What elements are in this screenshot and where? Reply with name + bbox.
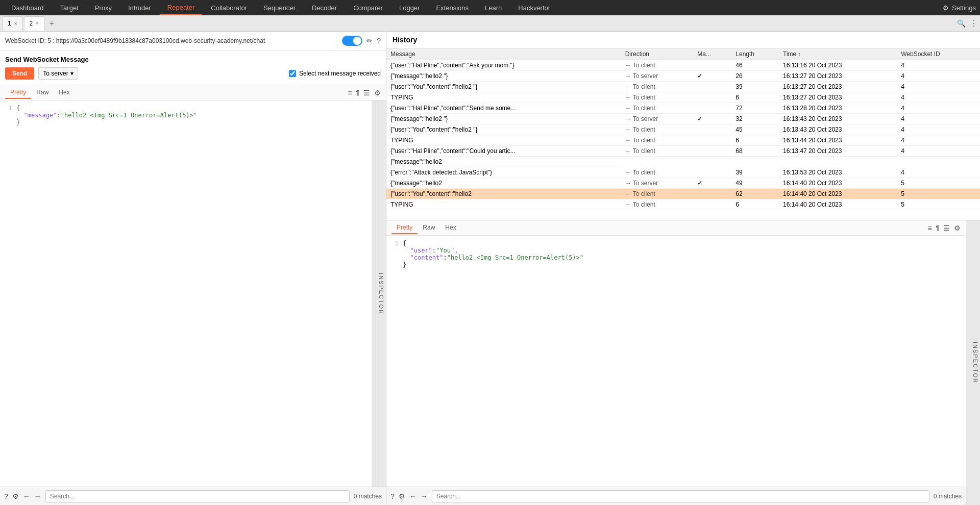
col-time[interactable]: Time ↑ — [779, 48, 897, 60]
col-marked[interactable]: Ma... — [693, 48, 731, 60]
table-row[interactable]: {"user":"You","content":"hello2 "} ← To … — [386, 82, 980, 92]
edit-icon[interactable]: ✏ — [366, 37, 373, 45]
table-row[interactable]: TYPING ← To client 6 16:13:27 20 Oct 202… — [386, 92, 980, 103]
settings-icon: ⚙ — [943, 4, 949, 12]
tab-1[interactable]: 1 × — [2, 16, 23, 31]
response-code-area[interactable]: 1 { "user":"You", "content":"hello2 <Img… — [386, 236, 966, 487]
code-area-wrapper: 1 { "message":"hello2 <Img Src=1 Onerror… — [0, 100, 376, 487]
response-settings-icon[interactable]: ⚙ — [954, 224, 961, 232]
word-wrap-icon[interactable]: ≡ — [348, 89, 352, 97]
nav-sequencer[interactable]: Sequencer — [256, 0, 303, 15]
editor-tab-pretty[interactable]: Pretty — [5, 87, 31, 99]
resp-line-2: "user":"You", — [388, 247, 964, 254]
send-button[interactable]: Send — [5, 67, 34, 80]
cell-marked — [693, 82, 731, 92]
table-row[interactable]: {"message":"hello2 "} → To server ✓ 26 1… — [386, 71, 980, 82]
search-input-right[interactable] — [432, 490, 929, 502]
settings-icon[interactable]: ⚙ — [374, 89, 381, 97]
history-data-table: Message Direction Ma... Length Time ↑ — [386, 48, 980, 210]
cell-direction: → To server — [621, 178, 694, 189]
cell-length: 6 — [731, 199, 779, 210]
tabs-menu-icon[interactable]: ⋮ — [970, 18, 978, 28]
gear-icon-left[interactable]: ⚙ — [12, 492, 19, 500]
response-tab-hex[interactable]: Hex — [440, 222, 461, 234]
nav-comparer[interactable]: Comparer — [346, 0, 390, 15]
nav-hackvertor[interactable]: Hackvertor — [511, 0, 557, 15]
cell-length: 68 — [731, 146, 779, 157]
cell-time: 16:14:40 20 Oct 2023 — [779, 199, 897, 210]
help-icon-right[interactable]: ? — [390, 492, 395, 500]
direction-label: To server — [43, 70, 68, 77]
cell-wsid: 4 — [897, 71, 980, 82]
forward-icon-left[interactable]: → — [34, 492, 41, 500]
table-row[interactable]: {"message":"hello2 → To server ✓ 49 16:1… — [386, 178, 980, 189]
nav-collaborator[interactable]: Collaborator — [204, 0, 254, 15]
toggle-switch[interactable] — [342, 36, 362, 46]
nav-target[interactable]: Target — [53, 0, 86, 15]
table-row[interactable]: {"user":"Hal Pline","content":"Ask your … — [386, 60, 980, 71]
code-line-1: 1 { — [2, 105, 370, 112]
nav-proxy[interactable]: Proxy — [88, 0, 119, 15]
table-row[interactable]: {"user":"You","content":"hello2 ← To cli… — [386, 189, 980, 199]
cell-message: {"user":"You","content":"hello2 "} — [386, 124, 621, 135]
cell-time: 16:13:28 20 Oct 2023 — [779, 103, 897, 114]
scrollbar-stub — [372, 100, 376, 487]
table-row[interactable]: TYPING ← To client 6 16:14:40 20 Oct 202… — [386, 199, 980, 210]
inspector-panel-left[interactable]: INSPECTOR — [376, 100, 386, 487]
back-icon-right[interactable]: ← — [409, 492, 416, 500]
ln-icon[interactable]: ¶ — [356, 89, 359, 96]
col-length[interactable]: Length — [731, 48, 779, 60]
nav-logger[interactable]: Logger — [392, 0, 427, 15]
col-message[interactable]: Message — [386, 48, 621, 60]
gear-icon-right[interactable]: ⚙ — [399, 492, 405, 500]
tab-2-close[interactable]: × — [36, 20, 39, 26]
nav-extensions[interactable]: Extensions — [429, 0, 476, 15]
search-input-left[interactable] — [45, 490, 350, 502]
tab-add-button[interactable]: + — [45, 19, 58, 28]
tab-1-close[interactable]: × — [14, 21, 17, 27]
back-icon-left[interactable]: ← — [23, 492, 30, 500]
col-direction[interactable]: Direction — [621, 48, 694, 60]
help-icon[interactable]: ? — [377, 37, 381, 45]
forward-icon-right[interactable]: → — [421, 492, 428, 500]
matches-left: 0 matches — [354, 493, 382, 500]
table-row[interactable]: {"message":"hello2 "} → To server ✓ 32 1… — [386, 114, 980, 124]
history-title: History — [386, 32, 980, 48]
tabs-search-icon[interactable]: 🔍 — [957, 19, 966, 28]
cell-message: TYPING — [386, 92, 621, 103]
nav-decoder[interactable]: Decoder — [305, 0, 344, 15]
nav-intruder[interactable]: Intruder — [121, 0, 158, 15]
cell-marked: ✓ — [693, 71, 731, 82]
table-row[interactable]: {"error":"Attack detected: JavaScript"} … — [386, 167, 980, 178]
direction-select[interactable]: To server ▾ — [38, 67, 78, 80]
nav-repeater[interactable]: Repeater — [160, 0, 202, 15]
response-ln-icon[interactable]: ¶ — [936, 224, 939, 232]
table-row[interactable]: {"user":"Hal Pline","content":"Send me s… — [386, 103, 980, 114]
tabs-right: 🔍 ⋮ — [957, 18, 978, 28]
cell-wsid: 4 — [897, 60, 980, 71]
cell-time: 16:13:27 20 Oct 2023 — [779, 92, 897, 103]
table-row[interactable]: {"user":"Hal Pline","content":"Could you… — [386, 146, 980, 157]
select-next-checkbox[interactable] — [289, 70, 296, 77]
send-row: Send To server ▾ Select next message rec… — [5, 67, 381, 80]
settings-button[interactable]: ⚙ Settings — [943, 4, 976, 12]
col-wsid[interactable]: WebSocket ID — [897, 48, 980, 60]
response-word-wrap-icon[interactable]: ≡ — [927, 224, 932, 232]
help-icon-left[interactable]: ? — [4, 492, 8, 500]
table-row[interactable]: TYPING ← To client 6 16:13:44 20 Oct 202… — [386, 135, 980, 146]
table-row[interactable]: {"user":"You","content":"hello2 "} ← To … — [386, 124, 980, 135]
inspector-panel-right[interactable]: INSPECTOR — [970, 220, 980, 505]
nav-dashboard[interactable]: Dashboard — [4, 0, 51, 15]
cell-direction: ← To client — [621, 167, 694, 178]
menu-icon[interactable]: ☰ — [363, 89, 370, 97]
code-area[interactable]: 1 { "message":"hello2 <Img Src=1 Onerror… — [0, 100, 372, 487]
cell-marked — [693, 60, 731, 71]
editor-tab-raw[interactable]: Raw — [31, 87, 54, 99]
editor-tab-hex[interactable]: Hex — [54, 87, 75, 99]
response-tab-pretty[interactable]: Pretty — [391, 222, 418, 234]
nav-learn[interactable]: Learn — [478, 0, 509, 15]
table-row[interactable]: {"message":"hello2 "}</td> <td data-name… — [386, 157, 980, 167]
response-tab-raw[interactable]: Raw — [418, 222, 440, 234]
response-menu-icon[interactable]: ☰ — [943, 224, 950, 232]
tab-2[interactable]: 2 × — [24, 16, 45, 31]
